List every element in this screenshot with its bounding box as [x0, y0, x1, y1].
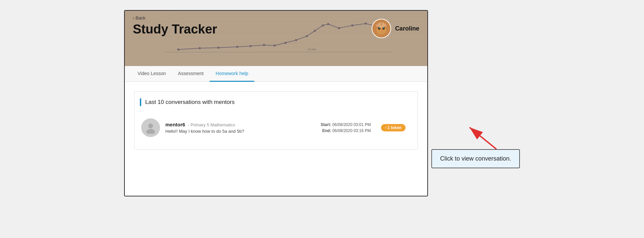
- svg-point-8: [250, 45, 252, 47]
- start-label: Start:: [321, 122, 331, 127]
- svg-point-36: [148, 123, 153, 128]
- avatar-image: [372, 19, 390, 38]
- start-time: Start: 06/08/2020 03:01 PM: [321, 122, 371, 127]
- tab-homework-help[interactable]: Homework help: [210, 66, 254, 82]
- end-time: End: 06/08/2020 03:16 PM: [322, 128, 371, 133]
- svg-point-10: [274, 45, 276, 47]
- tabs-bar: Video Lesson Assessment Homework help: [125, 66, 427, 82]
- back-label: Back: [136, 15, 145, 20]
- svg-point-9: [263, 44, 265, 46]
- token-badge: - 1 token: [381, 124, 406, 131]
- header-right: Caroline: [372, 15, 419, 38]
- svg-point-29: [381, 29, 382, 30]
- conversation-meta: Start: 06/08/2020 03:01 PM End: 06/08/20…: [304, 122, 371, 133]
- svg-point-5: [199, 47, 201, 49]
- svg-point-6: [217, 47, 219, 49]
- svg-line-39: [470, 127, 496, 149]
- mentor-name: mentor6: [165, 122, 185, 127]
- svg-point-12: [295, 39, 297, 41]
- tab-assessment[interactable]: Assessment: [172, 66, 210, 82]
- mentor-message: Hello!! May I know how to do 5a and 5b?: [165, 129, 299, 134]
- mentor-subject: - Primary 5 Mathematics: [188, 122, 235, 127]
- end-label: End:: [322, 128, 331, 133]
- tooltip-text: Click to view conversation.: [440, 155, 511, 162]
- svg-point-37: [146, 129, 155, 134]
- chevron-left-icon: ‹: [133, 15, 134, 20]
- mentor-avatar: [141, 118, 160, 137]
- section-header: Last 10 conversations with mentors: [135, 98, 411, 106]
- svg-point-4: [177, 49, 179, 51]
- start-time-value: 06/08/2020 03:01 PM: [332, 122, 371, 127]
- page-title: Study Tracker: [133, 22, 372, 37]
- tab-video-lesson[interactable]: Video Lesson: [131, 66, 172, 82]
- header-content: ‹ Back Study Tracker: [133, 15, 372, 37]
- conversations-card: Last 10 conversations with mentors mento…: [134, 91, 418, 150]
- annotation-arrow: [463, 124, 500, 151]
- annotation-area: Click to view conversation.: [431, 124, 520, 168]
- mentor-name-row: mentor6 - Primary 5 Mathematics: [165, 122, 299, 127]
- svg-point-7: [236, 46, 238, 48]
- person-icon: [145, 122, 157, 134]
- user-name: Caroline: [395, 25, 419, 32]
- tooltip-box: Click to view conversation.: [431, 149, 520, 168]
- back-button[interactable]: ‹ Back: [133, 15, 372, 20]
- end-time-value: 06/08/2020 03:16 PM: [332, 128, 371, 133]
- section-bar-accent: [140, 98, 141, 106]
- conversation-item[interactable]: mentor6 - Primary 5 Mathematics Hello!! …: [135, 113, 411, 142]
- app-container: 19 avr. ‹ Back Study Tracker: [124, 10, 428, 196]
- svg-point-11: [284, 42, 286, 44]
- section-title: Last 10 conversations with mentors: [145, 99, 234, 106]
- mentor-info: mentor6 - Primary 5 Mathematics Hello!! …: [165, 122, 299, 134]
- app-header: 19 avr. ‹ Back Study Tracker: [125, 11, 427, 66]
- svg-text:19 avr.: 19 avr.: [308, 48, 317, 51]
- avatar[interactable]: [372, 19, 391, 38]
- content-area: Last 10 conversations with mentors mento…: [125, 82, 427, 196]
